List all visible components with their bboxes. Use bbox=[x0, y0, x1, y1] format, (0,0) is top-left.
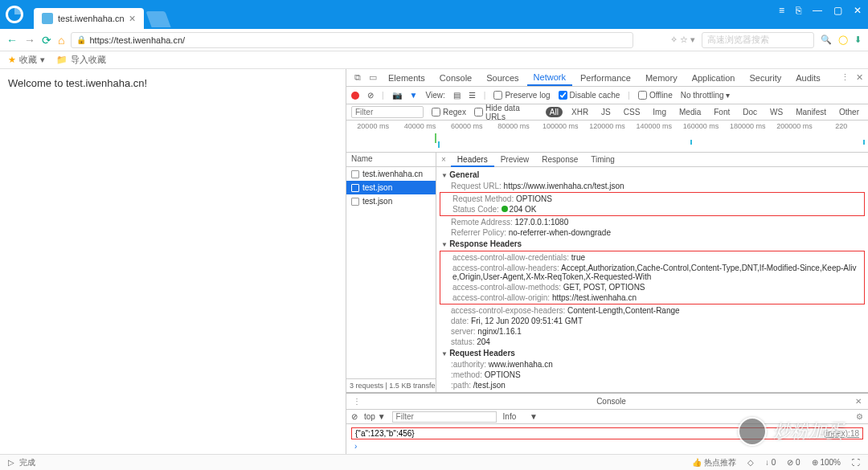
reload-button[interactable]: ⟳ bbox=[42, 34, 51, 47]
file-icon bbox=[351, 198, 359, 206]
regex-checkbox[interactable]: Regex bbox=[432, 108, 466, 116]
filter-type-all[interactable]: All bbox=[546, 107, 563, 117]
status-zoom[interactable]: ⊕ 100% bbox=[812, 458, 841, 467]
detail-tab-headers[interactable]: Headers bbox=[451, 153, 494, 167]
status-dot-icon bbox=[502, 206, 508, 212]
status-expand-icon[interactable]: ⛶ bbox=[852, 458, 860, 467]
status-code: Status Code: 204 OK bbox=[441, 204, 863, 215]
req-list-header: Name bbox=[346, 153, 436, 167]
detail-tab-response[interactable]: Response bbox=[535, 153, 584, 166]
status-play-icon[interactable]: ▷ bbox=[8, 458, 14, 467]
browser-tab[interactable]: test.iwenhaha.cn × bbox=[34, 8, 144, 29]
bookmarks-fav[interactable]: ★收藏 ▾ bbox=[8, 54, 45, 66]
tab-sources[interactable]: Sources bbox=[480, 71, 525, 85]
browser-search[interactable]: 高速浏览器搜索 bbox=[702, 32, 814, 48]
hide-data-urls-checkbox[interactable]: Hide data URLs bbox=[474, 104, 538, 121]
page-body: Welcome to test.iwenhaha.cn! bbox=[0, 69, 346, 455]
gear-icon[interactable]: ⚙ bbox=[856, 412, 863, 421]
star-icon: ★ bbox=[8, 55, 16, 65]
disable-cache-checkbox[interactable]: Disable cache bbox=[559, 91, 620, 100]
tab-audits[interactable]: Audits bbox=[789, 71, 827, 85]
home-button[interactable]: ⌂ bbox=[58, 34, 64, 47]
address-bar[interactable]: 🔒 https://test.iwenhaha.cn/ bbox=[71, 32, 633, 48]
console-prompt[interactable]: › bbox=[351, 440, 863, 452]
status-block[interactable]: ⊘ 0 bbox=[787, 458, 800, 467]
filter-type-css[interactable]: CSS bbox=[620, 107, 645, 117]
filter-type-font[interactable]: Font bbox=[710, 107, 734, 117]
status-block-icon[interactable]: ◇ bbox=[747, 458, 754, 467]
tab-security[interactable]: Security bbox=[743, 71, 788, 85]
forward-button[interactable]: → bbox=[24, 34, 35, 47]
console-clear-icon[interactable]: ⊘ bbox=[351, 412, 358, 421]
search-icon[interactable]: 🔍 bbox=[821, 35, 832, 45]
filter-type-js[interactable]: JS bbox=[597, 107, 615, 117]
detail-tab-preview[interactable]: Preview bbox=[494, 153, 536, 166]
console-level[interactable]: Info ▼ bbox=[503, 412, 538, 421]
preserve-log-checkbox[interactable]: Preserve log bbox=[493, 91, 550, 100]
console-filter-input[interactable] bbox=[392, 411, 497, 423]
download-icon[interactable]: ⬇ bbox=[854, 35, 862, 45]
maximize-icon[interactable]: ▢ bbox=[833, 5, 842, 16]
clear-button[interactable]: ⊘ bbox=[367, 91, 374, 100]
close-tab-icon[interactable]: × bbox=[129, 13, 136, 24]
console-log-line[interactable]: {"a":123,"b":456} (index):18 bbox=[351, 427, 863, 439]
menu-icon[interactable]: ≡ bbox=[779, 5, 784, 16]
filter-type-img[interactable]: Img bbox=[649, 107, 670, 117]
offline-checkbox[interactable]: Offline bbox=[638, 91, 673, 100]
devtools-close-icon[interactable]: ✕ bbox=[856, 72, 863, 83]
throttling-select[interactable]: No throttling ▾ bbox=[681, 91, 731, 100]
device-icon[interactable]: ▭ bbox=[366, 71, 380, 84]
browser-logo bbox=[0, 0, 29, 29]
view-small-icon[interactable]: ☰ bbox=[469, 91, 476, 100]
tab-network[interactable]: Network bbox=[527, 70, 572, 86]
console-log-text: {"a":123,"b":456} bbox=[355, 429, 415, 438]
star-icon[interactable]: ✧ ☆ ▾ bbox=[670, 35, 695, 45]
view-large-icon[interactable]: ▤ bbox=[453, 91, 461, 100]
request-row[interactable]: test.json bbox=[346, 181, 436, 194]
filter-type-media[interactable]: Media bbox=[675, 107, 705, 117]
tab-performance[interactable]: Performance bbox=[574, 71, 637, 85]
console-tab[interactable]: Console bbox=[596, 397, 626, 406]
console-menu-icon[interactable]: ⋮ bbox=[353, 397, 361, 406]
window-close-icon[interactable]: ✕ bbox=[854, 5, 862, 16]
req-list-footer: 3 requests | 1.5 KB transferred | Fi... bbox=[346, 378, 436, 392]
section-request-headers[interactable]: Request Headers bbox=[436, 347, 868, 359]
status-hot[interactable]: 👍 热点推荐 bbox=[692, 457, 736, 468]
pin-icon[interactable]: ⎘ bbox=[796, 5, 801, 16]
network-timeline[interactable]: 20000 ms 40000 ms 60000 ms 80000 ms 1000… bbox=[346, 121, 868, 153]
inspect-icon[interactable]: ⧉ bbox=[351, 71, 364, 84]
devtools-menu-icon[interactable]: ⋮ bbox=[841, 72, 850, 83]
minimize-icon[interactable]: — bbox=[813, 5, 822, 16]
filter-type-manifest[interactable]: Manifest bbox=[792, 107, 830, 117]
status-download[interactable]: ↓ 0 bbox=[765, 458, 776, 467]
console-context[interactable]: top ▼ bbox=[364, 412, 386, 421]
filter-type-doc[interactable]: Doc bbox=[739, 107, 761, 117]
tab-title: test.iwenhaha.cn bbox=[58, 14, 125, 23]
request-row[interactable]: test.json bbox=[346, 194, 436, 208]
tab-application[interactable]: Application bbox=[686, 71, 742, 85]
filter-icon[interactable]: ▼ bbox=[410, 91, 418, 100]
capture-icon[interactable]: 📷 bbox=[392, 91, 402, 100]
tab-console[interactable]: Console bbox=[433, 71, 478, 85]
file-icon bbox=[351, 184, 359, 192]
console-log-source[interactable]: (index):18 bbox=[824, 429, 859, 438]
section-general[interactable]: General bbox=[436, 169, 868, 181]
filter-type-xhr[interactable]: XHR bbox=[567, 107, 592, 117]
bookmarks-import[interactable]: 📁导入收藏 bbox=[56, 54, 106, 66]
file-icon bbox=[351, 170, 359, 178]
detail-tab-timing[interactable]: Timing bbox=[584, 153, 621, 166]
record-button[interactable] bbox=[351, 92, 359, 100]
tab-memory[interactable]: Memory bbox=[639, 71, 684, 85]
skin-icon[interactable]: ◯ bbox=[838, 35, 848, 45]
back-button[interactable]: ← bbox=[6, 34, 18, 47]
new-tab-button[interactable] bbox=[145, 11, 170, 27]
request-row[interactable]: test.iwenhaha.cn bbox=[346, 167, 436, 181]
section-response-headers[interactable]: Response Headers bbox=[436, 238, 868, 250]
console-close-icon[interactable]: ✕ bbox=[855, 397, 862, 406]
detail-close-icon[interactable]: × bbox=[436, 155, 451, 164]
filter-input[interactable] bbox=[351, 106, 424, 118]
filter-type-ws[interactable]: WS bbox=[766, 107, 787, 117]
filter-type-other[interactable]: Other bbox=[835, 107, 863, 117]
site-icon bbox=[42, 13, 53, 24]
tab-elements[interactable]: Elements bbox=[382, 71, 432, 85]
